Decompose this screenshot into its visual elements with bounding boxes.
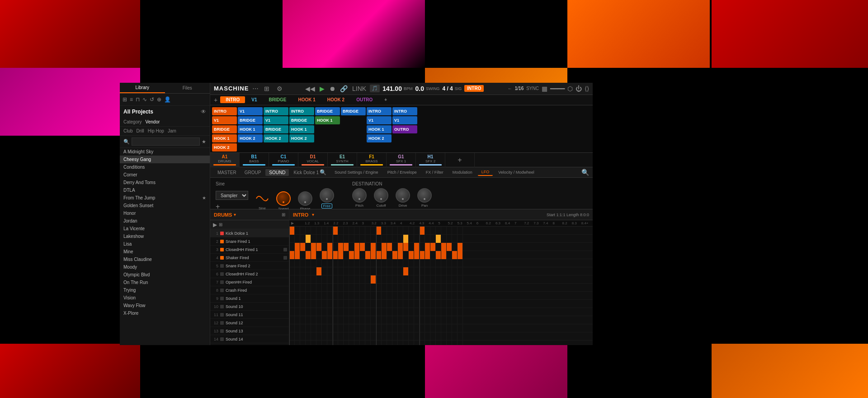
grid-beat[interactable] bbox=[349, 308, 354, 316]
section-tab-outro[interactable]: OUTRO bbox=[351, 96, 378, 103]
grid-beat[interactable] bbox=[420, 324, 425, 332]
grid-beat[interactable] bbox=[441, 275, 447, 284]
grid-beat[interactable] bbox=[360, 341, 365, 346]
grid-beat[interactable] bbox=[436, 316, 441, 324]
section-tab-v1[interactable]: V1 bbox=[246, 96, 262, 103]
grid-beat[interactable] bbox=[452, 275, 458, 284]
grid-beat[interactable] bbox=[447, 259, 452, 267]
grid-beat[interactable] bbox=[398, 308, 403, 316]
grid-beat[interactable] bbox=[316, 235, 322, 243]
grid-beat[interactable] bbox=[344, 243, 349, 251]
grid-beat[interactable] bbox=[349, 243, 354, 251]
tab-modulation[interactable]: Modulation bbox=[449, 169, 476, 175]
grid-beat[interactable] bbox=[403, 332, 409, 341]
grid-beat[interactable] bbox=[436, 300, 441, 308]
grid-beat[interactable] bbox=[398, 284, 403, 292]
grid-beat[interactable] bbox=[371, 284, 376, 292]
group-e1[interactable]: E1 SYNTH bbox=[328, 153, 357, 167]
grid-beat[interactable] bbox=[327, 275, 333, 284]
grid-view-icon[interactable]: ▦ bbox=[542, 85, 547, 92]
arr-cell[interactable]: HOOK 1 bbox=[238, 125, 263, 133]
arr-cell[interactable]: V1 bbox=[212, 116, 237, 124]
grid-beat[interactable] bbox=[430, 308, 436, 316]
grid-beat[interactable] bbox=[409, 332, 414, 341]
grid-beat[interactable] bbox=[376, 341, 382, 346]
grid-beat[interactable] bbox=[430, 275, 436, 284]
grid-beat[interactable] bbox=[452, 316, 458, 324]
group-c1[interactable]: C1 PIANO bbox=[269, 153, 298, 167]
config-icon[interactable]: ⚙ bbox=[275, 84, 284, 93]
grid-beat[interactable] bbox=[295, 284, 300, 292]
section-tab-intro[interactable]: INTRO bbox=[220, 96, 245, 103]
rewind-button[interactable]: ◀◀ bbox=[304, 84, 316, 93]
grid-beat[interactable] bbox=[295, 235, 300, 243]
tag-club[interactable]: Club bbox=[123, 128, 133, 133]
grid-beat[interactable] bbox=[344, 275, 349, 284]
grid-beat[interactable] bbox=[398, 324, 403, 332]
grid-beat[interactable] bbox=[387, 259, 392, 267]
grid-beat[interactable] bbox=[316, 292, 322, 300]
grid-beat[interactable] bbox=[425, 235, 430, 243]
grid-beat[interactable] bbox=[349, 235, 354, 243]
grid-beat[interactable] bbox=[409, 267, 414, 275]
grid-beat[interactable] bbox=[333, 341, 338, 346]
grid-beat[interactable] bbox=[344, 227, 349, 235]
grid-beat[interactable] bbox=[447, 292, 452, 300]
grid-beat[interactable] bbox=[289, 332, 295, 341]
grid-beat[interactable] bbox=[441, 243, 447, 251]
grid-beat[interactable] bbox=[403, 235, 409, 243]
grid-beat[interactable] bbox=[306, 227, 311, 235]
grid-beat[interactable] bbox=[327, 332, 333, 341]
grid-beat[interactable] bbox=[447, 284, 452, 292]
grid-beat[interactable] bbox=[327, 227, 333, 235]
grid-beat[interactable] bbox=[409, 227, 414, 235]
grid-beat[interactable] bbox=[316, 332, 322, 341]
grid-beat[interactable] bbox=[392, 284, 398, 292]
grid-beat[interactable] bbox=[376, 308, 382, 316]
grid-beat[interactable] bbox=[311, 235, 316, 243]
grid-beat[interactable] bbox=[425, 267, 430, 275]
grid-beat[interactable] bbox=[295, 324, 300, 332]
grid-beat[interactable] bbox=[300, 300, 306, 308]
grid-beat[interactable] bbox=[382, 341, 387, 346]
grid-beat[interactable] bbox=[344, 308, 349, 316]
list-item-dtla[interactable]: DTLA bbox=[120, 186, 210, 194]
grid-beat[interactable] bbox=[338, 308, 344, 316]
loop-button[interactable]: 🔗 bbox=[339, 84, 349, 93]
grid-beat[interactable] bbox=[349, 300, 354, 308]
grid-beat[interactable] bbox=[360, 227, 365, 235]
tag-hiphop[interactable]: Hip Hop bbox=[148, 128, 164, 133]
grid-beat[interactable] bbox=[409, 308, 414, 316]
grid-beat[interactable] bbox=[447, 227, 452, 235]
grid-beat[interactable] bbox=[360, 275, 365, 284]
grid-beat[interactable] bbox=[338, 292, 344, 300]
grid-beat[interactable] bbox=[316, 341, 322, 346]
headphones-icon[interactable]: ⬡ bbox=[567, 85, 573, 92]
grid-beat[interactable] bbox=[392, 341, 398, 346]
grid-beat[interactable] bbox=[300, 316, 306, 324]
grid-beat[interactable] bbox=[458, 251, 463, 259]
grid-beat[interactable] bbox=[452, 300, 458, 308]
grid-beat[interactable] bbox=[441, 227, 447, 235]
grid-beat[interactable] bbox=[333, 316, 338, 324]
group-h1[interactable]: H1 SFX 2 bbox=[416, 153, 445, 167]
grid-beat[interactable] bbox=[376, 284, 382, 292]
grid-beat[interactable] bbox=[349, 341, 354, 346]
sound-mute-4[interactable] bbox=[283, 256, 287, 260]
group-add-button[interactable]: + bbox=[445, 153, 475, 167]
grid-beat[interactable] bbox=[316, 284, 322, 292]
list-item-miss-claudine[interactable]: Miss Claudine bbox=[120, 256, 210, 263]
grid-beat[interactable] bbox=[289, 235, 295, 243]
tab-lfo[interactable]: LFO bbox=[478, 169, 493, 176]
grid-beat[interactable] bbox=[376, 292, 382, 300]
grid-beat[interactable] bbox=[365, 284, 371, 292]
grid-beat[interactable] bbox=[414, 292, 420, 300]
grid-beat[interactable] bbox=[300, 284, 306, 292]
grid-beat[interactable] bbox=[425, 292, 430, 300]
plugin-search-icon[interactable]: 🔍 bbox=[581, 169, 589, 176]
grid-beat[interactable] bbox=[289, 227, 295, 235]
scene-tag[interactable]: INTRO bbox=[464, 85, 484, 92]
grid-beat[interactable] bbox=[371, 308, 376, 316]
list-item-xplore[interactable]: X-Plore bbox=[120, 309, 210, 317]
grid-beat[interactable] bbox=[344, 300, 349, 308]
